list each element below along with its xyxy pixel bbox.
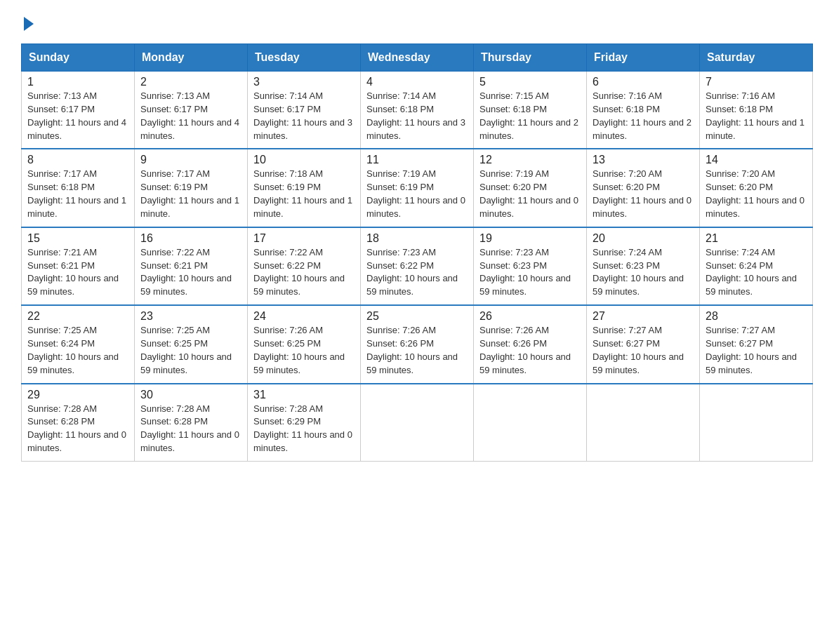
col-header-friday: Friday [587,44,700,72]
header [21,14,813,31]
day-info: Sunrise: 7:20 AMSunset: 6:20 PMDaylight:… [593,168,694,220]
day-number: 29 [27,389,128,401]
day-cell-9: 9Sunrise: 7:17 AMSunset: 6:19 PMDaylight… [135,149,248,227]
day-info: Sunrise: 7:13 AMSunset: 6:17 PMDaylight:… [27,90,128,142]
col-header-wednesday: Wednesday [361,44,474,72]
day-cell-6: 6Sunrise: 7:16 AMSunset: 6:18 PMDaylight… [587,72,700,149]
day-number: 16 [140,232,241,245]
day-info: Sunrise: 7:26 AMSunset: 6:26 PMDaylight:… [479,324,581,377]
logo [21,20,34,31]
col-header-saturday: Saturday [700,44,813,72]
day-cell-20: 20Sunrise: 7:24 AMSunset: 6:23 PMDayligh… [587,227,700,305]
logo-arrow-icon [24,17,34,31]
day-cell-1: 1Sunrise: 7:13 AMSunset: 6:17 PMDaylight… [22,72,135,149]
day-info: Sunrise: 7:14 AMSunset: 6:18 PMDaylight:… [366,90,468,142]
empty-cell [587,384,700,462]
day-info: Sunrise: 7:27 AMSunset: 6:27 PMDaylight:… [593,324,694,377]
day-cell-3: 3Sunrise: 7:14 AMSunset: 6:17 PMDaylight… [248,72,361,149]
day-number: 4 [366,76,468,88]
day-number: 9 [140,154,241,166]
day-number: 31 [253,389,355,401]
day-info: Sunrise: 7:17 AMSunset: 6:19 PMDaylight:… [140,168,241,220]
day-number: 13 [593,154,694,166]
day-info: Sunrise: 7:28 AMSunset: 6:29 PMDaylight:… [253,403,355,455]
day-info: Sunrise: 7:16 AMSunset: 6:18 PMDaylight:… [593,90,694,142]
day-cell-31: 31Sunrise: 7:28 AMSunset: 6:29 PMDayligh… [248,384,361,462]
day-number: 30 [140,389,241,401]
col-header-sunday: Sunday [22,44,135,72]
day-cell-21: 21Sunrise: 7:24 AMSunset: 6:24 PMDayligh… [700,227,813,305]
day-number: 25 [366,310,468,323]
day-number: 22 [27,310,128,323]
day-info: Sunrise: 7:23 AMSunset: 6:23 PMDaylight:… [479,246,581,299]
day-number: 17 [253,232,355,245]
day-info: Sunrise: 7:27 AMSunset: 6:27 PMDaylight:… [706,324,807,377]
week-row-5: 29Sunrise: 7:28 AMSunset: 6:28 PMDayligh… [22,384,813,462]
day-number: 26 [479,310,581,323]
day-number: 21 [706,232,807,245]
day-info: Sunrise: 7:25 AMSunset: 6:25 PMDaylight:… [140,324,241,377]
day-info: Sunrise: 7:13 AMSunset: 6:17 PMDaylight:… [140,90,241,142]
day-number: 7 [706,76,807,88]
week-row-1: 1Sunrise: 7:13 AMSunset: 6:17 PMDaylight… [22,72,813,149]
day-cell-7: 7Sunrise: 7:16 AMSunset: 6:18 PMDaylight… [700,72,813,149]
day-cell-16: 16Sunrise: 7:22 AMSunset: 6:21 PMDayligh… [135,227,248,305]
day-info: Sunrise: 7:24 AMSunset: 6:24 PMDaylight:… [706,246,807,299]
day-info: Sunrise: 7:26 AMSunset: 6:26 PMDaylight:… [366,324,468,377]
day-cell-27: 27Sunrise: 7:27 AMSunset: 6:27 PMDayligh… [587,305,700,383]
day-info: Sunrise: 7:17 AMSunset: 6:18 PMDaylight:… [27,168,128,220]
day-cell-5: 5Sunrise: 7:15 AMSunset: 6:18 PMDaylight… [474,72,587,149]
week-row-2: 8Sunrise: 7:17 AMSunset: 6:18 PMDaylight… [22,149,813,227]
col-header-monday: Monday [135,44,248,72]
day-info: Sunrise: 7:19 AMSunset: 6:19 PMDaylight:… [366,168,468,220]
day-cell-15: 15Sunrise: 7:21 AMSunset: 6:21 PMDayligh… [22,227,135,305]
day-cell-11: 11Sunrise: 7:19 AMSunset: 6:19 PMDayligh… [361,149,474,227]
day-cell-30: 30Sunrise: 7:28 AMSunset: 6:28 PMDayligh… [135,384,248,462]
day-cell-24: 24Sunrise: 7:26 AMSunset: 6:25 PMDayligh… [248,305,361,383]
week-row-3: 15Sunrise: 7:21 AMSunset: 6:21 PMDayligh… [22,227,813,305]
day-cell-17: 17Sunrise: 7:22 AMSunset: 6:22 PMDayligh… [248,227,361,305]
day-info: Sunrise: 7:20 AMSunset: 6:20 PMDaylight:… [706,168,807,220]
day-info: Sunrise: 7:18 AMSunset: 6:19 PMDaylight:… [253,168,355,220]
day-info: Sunrise: 7:14 AMSunset: 6:17 PMDaylight:… [253,90,355,142]
day-number: 10 [253,154,355,166]
day-number: 23 [140,310,241,323]
day-number: 11 [366,154,468,166]
day-info: Sunrise: 7:15 AMSunset: 6:18 PMDaylight:… [479,90,581,142]
day-number: 5 [479,76,581,88]
day-info: Sunrise: 7:26 AMSunset: 6:25 PMDaylight:… [253,324,355,377]
day-info: Sunrise: 7:28 AMSunset: 6:28 PMDaylight:… [27,403,128,455]
day-number: 1 [27,76,128,88]
day-number: 8 [27,154,128,166]
day-number: 2 [140,76,241,88]
day-info: Sunrise: 7:21 AMSunset: 6:21 PMDaylight:… [27,246,128,299]
day-number: 18 [366,232,468,245]
day-number: 27 [593,310,694,323]
day-info: Sunrise: 7:22 AMSunset: 6:22 PMDaylight:… [253,246,355,299]
day-cell-10: 10Sunrise: 7:18 AMSunset: 6:19 PMDayligh… [248,149,361,227]
day-cell-12: 12Sunrise: 7:19 AMSunset: 6:20 PMDayligh… [474,149,587,227]
day-cell-26: 26Sunrise: 7:26 AMSunset: 6:26 PMDayligh… [474,305,587,383]
day-cell-23: 23Sunrise: 7:25 AMSunset: 6:25 PMDayligh… [135,305,248,383]
day-info: Sunrise: 7:16 AMSunset: 6:18 PMDaylight:… [706,90,807,142]
day-number: 15 [27,232,128,245]
day-info: Sunrise: 7:19 AMSunset: 6:20 PMDaylight:… [479,168,581,220]
day-info: Sunrise: 7:23 AMSunset: 6:22 PMDaylight:… [366,246,468,299]
day-info: Sunrise: 7:22 AMSunset: 6:21 PMDaylight:… [140,246,241,299]
day-cell-13: 13Sunrise: 7:20 AMSunset: 6:20 PMDayligh… [587,149,700,227]
empty-cell [474,384,587,462]
day-number: 6 [593,76,694,88]
col-header-thursday: Thursday [474,44,587,72]
day-number: 12 [479,154,581,166]
day-cell-29: 29Sunrise: 7:28 AMSunset: 6:28 PMDayligh… [22,384,135,462]
col-header-tuesday: Tuesday [248,44,361,72]
day-number: 14 [706,154,807,166]
week-row-4: 22Sunrise: 7:25 AMSunset: 6:24 PMDayligh… [22,305,813,383]
day-number: 19 [479,232,581,245]
day-number: 3 [253,76,355,88]
day-cell-28: 28Sunrise: 7:27 AMSunset: 6:27 PMDayligh… [700,305,813,383]
day-number: 24 [253,310,355,323]
day-cell-19: 19Sunrise: 7:23 AMSunset: 6:23 PMDayligh… [474,227,587,305]
day-cell-14: 14Sunrise: 7:20 AMSunset: 6:20 PMDayligh… [700,149,813,227]
day-number: 28 [706,310,807,323]
